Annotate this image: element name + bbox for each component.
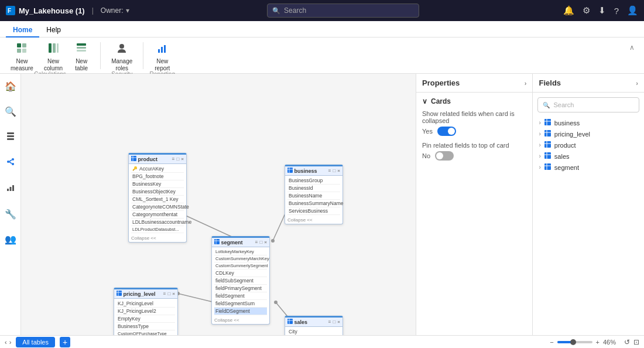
all-tables-tab[interactable]: All tables — [16, 337, 55, 347]
new-table-label: Newtable — [75, 58, 88, 72]
tab-home[interactable]: Home — [6, 23, 39, 37]
expand-arrow: › — [539, 131, 540, 137]
svg-rect-6 — [49, 43, 52, 53]
svg-rect-57 — [544, 130, 551, 137]
expand-arrow: › — [539, 142, 540, 148]
chevron-down-icon[interactable]: ▾ — [126, 6, 129, 15]
new-measure-button[interactable]: Newmeasure — [6, 40, 38, 70]
nav-left-button[interactable]: ‹ — [5, 339, 7, 346]
table-card-segment[interactable]: segment ≡□× LottokeyMarkeyKey CustomSumm… — [211, 236, 270, 325]
fields-search[interactable]: 🔍 Search — [537, 97, 639, 112]
ribbon-collapse-button[interactable]: ∧ — [626, 40, 638, 55]
card-header-business: business ≡□× — [285, 166, 342, 176]
topbar-search[interactable]: 🔍 Search — [267, 4, 419, 18]
field-item-business[interactable]: › business — [533, 117, 644, 128]
properties-expand-arrow[interactable]: › — [525, 80, 527, 87]
show-related-label: Show related fields when card is collaps… — [422, 110, 526, 124]
pin-related-toggle[interactable] — [435, 151, 454, 161]
people-sidebar-icon[interactable]: 👥 — [2, 231, 19, 247]
download-icon[interactable]: ⬇ — [598, 5, 606, 16]
new-measure-icon — [16, 42, 28, 57]
ribbon: Home Help Newmeasure Newcolumn — [0, 21, 644, 74]
svg-rect-13 — [158, 49, 160, 53]
show-related-toggle[interactable] — [437, 127, 456, 136]
home-sidebar-icon[interactable]: 🏠 — [2, 79, 19, 94]
fields-expand-arrow[interactable]: › — [636, 80, 638, 87]
card-footer-product[interactable]: Collapse << — [129, 234, 186, 242]
table-card-business[interactable]: business ≡□× BusinessGroup BusinessId Bu… — [285, 165, 343, 224]
new-report-icon — [156, 42, 168, 57]
zoom-value: 46% — [603, 339, 621, 346]
svg-point-12 — [119, 44, 124, 49]
filter-sidebar-icon[interactable]: 🔧 — [2, 206, 19, 222]
svg-rect-7 — [53, 43, 56, 53]
reset-zoom-button[interactable]: ↺ — [624, 338, 630, 346]
manage-roles-icon — [116, 42, 128, 57]
user-icon[interactable]: 👤 — [627, 5, 638, 16]
field-item-product[interactable]: › product — [533, 139, 644, 151]
cards-section-header[interactable]: ∨ Cards — [416, 93, 532, 108]
svg-rect-3 — [22, 43, 26, 47]
table-icon — [544, 141, 551, 149]
ribbon-group-security: Manageroles Security — [107, 40, 137, 71]
new-table-button[interactable]: Newtable — [68, 40, 94, 70]
svg-point-19 — [7, 161, 9, 163]
divider-2 — [143, 42, 143, 69]
ribbon-content: Newmeasure Newcolumn Newtable Calculatio… — [0, 37, 644, 74]
svg-rect-45 — [214, 239, 220, 244]
topbar-icons: 🔔 ⚙ ⬇ ? 👤 — [563, 5, 638, 16]
search-sidebar-icon[interactable]: 🔍 — [2, 104, 19, 120]
canvas-area[interactable]: product ≡□× 🔑AccurAKey BPG_footnote Busi… — [21, 74, 416, 335]
bottom-bar: ‹ › All tables + − + 46% ↺ ⊡ — [0, 335, 644, 348]
svg-rect-54 — [544, 119, 551, 125]
svg-rect-51 — [287, 319, 293, 324]
svg-rect-2 — [17, 43, 21, 47]
nav-right-button[interactable]: › — [9, 339, 12, 346]
new-column-button[interactable]: Newcolumn — [39, 40, 67, 70]
question-icon[interactable]: ? — [614, 6, 619, 16]
bell-icon[interactable]: 🔔 — [563, 5, 574, 16]
owner-label: Owner: ▾ — [101, 6, 129, 15]
zoom-plus-button[interactable]: + — [596, 339, 600, 346]
table-card-product[interactable]: product ≡□× 🔑AccurAKey BPG_footnote Busi… — [128, 153, 187, 243]
zoom-minus-button[interactable]: − — [550, 339, 553, 346]
card-footer-business[interactable]: Collapse << — [285, 216, 342, 224]
model-sidebar-icon[interactable] — [4, 155, 18, 171]
zoom-slider[interactable] — [557, 341, 592, 343]
field-item-sales[interactable]: › sales — [533, 151, 644, 162]
expand-arrow: › — [539, 120, 540, 126]
card-header-pricing-level: pricing_level ≡□× — [114, 289, 177, 299]
tab-help[interactable]: Help — [39, 23, 68, 37]
data-sidebar-icon[interactable] — [4, 129, 18, 145]
field-item-segment[interactable]: › segment — [533, 162, 644, 173]
properties-panel-header: Properties › — [416, 74, 532, 93]
svg-rect-26 — [12, 185, 14, 191]
property-show-related: Show related fields when card is collaps… — [422, 110, 526, 136]
divider-1 — [100, 42, 101, 69]
fabric-icon: F — [6, 6, 15, 15]
pin-related-toggle-label: No — [422, 152, 430, 159]
card-header-product: product ≡□× — [129, 155, 186, 164]
manage-roles-button[interactable]: Manageroles — [107, 40, 137, 70]
zoom-controls: − + 46% ↺ ⊡ — [550, 338, 639, 346]
expand-arrow: › — [539, 164, 540, 170]
report-sidebar-icon[interactable] — [4, 180, 18, 197]
card-footer-segment[interactable]: Collapse << — [212, 316, 269, 324]
field-item-pricing-level[interactable]: › pricing_level — [533, 128, 644, 139]
table-card-pricing-level[interactable]: pricing_level ≡□× KJ_PricingLevel KJ_Pri… — [114, 288, 178, 335]
properties-panel: Properties › ∨ Cards Show related fields… — [416, 74, 533, 335]
svg-rect-25 — [9, 187, 11, 191]
table-card-sales[interactable]: sales ≡□× City State price table time Co… — [285, 316, 343, 335]
table-icon — [214, 239, 220, 244]
add-tab-button[interactable]: + — [60, 337, 70, 347]
card-body-business: BusinessGroup BusinessId BusinessName Bu… — [285, 176, 342, 216]
ribbon-group-calculations: Newmeasure Newcolumn Newtable Calculatio… — [6, 40, 94, 71]
svg-rect-11 — [77, 50, 86, 52]
new-report-button[interactable]: Newreport — [149, 40, 175, 70]
app-title: F My_Lakehouse (1) — [6, 6, 85, 15]
properties-section-content: Show related fields when card is collaps… — [416, 108, 532, 169]
svg-rect-24 — [7, 189, 9, 191]
svg-rect-5 — [22, 49, 26, 53]
gear-icon[interactable]: ⚙ — [583, 5, 590, 16]
fit-view-button[interactable]: ⊡ — [633, 338, 639, 346]
